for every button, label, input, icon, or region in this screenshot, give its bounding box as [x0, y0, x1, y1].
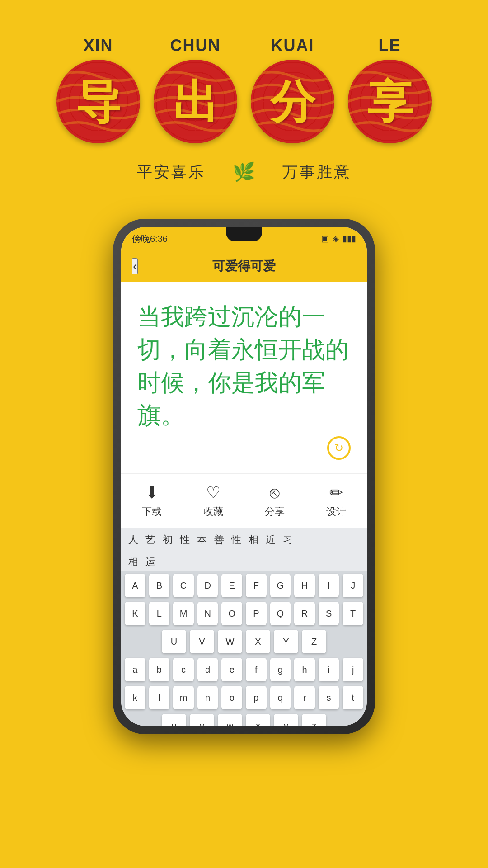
key-J[interactable]: J: [343, 574, 363, 597]
suggestion-ben[interactable]: 本: [197, 533, 207, 547]
seal-char-chun: 出: [173, 79, 218, 124]
suggestion-xiang[interactable]: 相: [249, 533, 258, 547]
toolbar-favorite[interactable]: ♡ 收藏: [203, 483, 223, 519]
key-O[interactable]: O: [221, 602, 242, 625]
key-Y[interactable]: Y: [274, 630, 298, 653]
key-R[interactable]: R: [294, 602, 315, 625]
key-Z[interactable]: Z: [302, 630, 326, 653]
seal-char-xin: 导: [76, 79, 121, 124]
key-r[interactable]: r: [294, 686, 315, 709]
refresh-btn-area: ↻: [137, 432, 351, 464]
suggestion-ren[interactable]: 人: [128, 533, 138, 547]
key-o[interactable]: o: [221, 686, 242, 709]
key-w-lower[interactable]: w: [218, 714, 242, 726]
pinyin-label-chun: CHUN: [170, 36, 221, 55]
refresh-button[interactable]: ↻: [327, 436, 351, 460]
download-icon: ⬇: [145, 483, 159, 502]
key-a[interactable]: a: [125, 658, 145, 681]
key-y-lower[interactable]: y: [274, 714, 298, 726]
phone-screen: 傍晚6:36 ▣ ◈ ▮▮▮ ‹ 可爱得可爱 当我跨过沉沦的一切，向着永恒开战的…: [121, 227, 367, 726]
key-g[interactable]: g: [270, 658, 291, 681]
toolbar-download[interactable]: ⬇ 下载: [142, 483, 162, 519]
key-L[interactable]: L: [149, 602, 170, 625]
key-H[interactable]: H: [294, 574, 315, 597]
suggestion-xing[interactable]: 性: [180, 533, 190, 547]
key-b[interactable]: b: [149, 658, 170, 681]
key-S[interactable]: S: [319, 602, 339, 625]
keyboard-row-lower3: u v w x y z: [121, 712, 367, 726]
suggestion-yi[interactable]: 艺: [145, 533, 155, 547]
subtitle-row: 平安喜乐 🌿 万事胜意: [137, 161, 351, 183]
signal-icon: ▣: [321, 234, 329, 244]
seal-circle-xin[interactable]: 导: [56, 60, 140, 143]
suggestion-yun[interactable]: 运: [145, 555, 155, 569]
keyboard-row-lower1: a b c d e f g h i j: [121, 656, 367, 684]
seal-circle-kuai[interactable]: 分: [251, 60, 334, 143]
seal-char-le: 享: [367, 79, 413, 124]
key-i[interactable]: i: [319, 658, 339, 681]
key-W[interactable]: W: [218, 630, 242, 653]
key-M[interactable]: M: [173, 602, 194, 625]
key-X[interactable]: X: [246, 630, 270, 653]
key-C[interactable]: C: [173, 574, 194, 597]
pinyin-item-le: LE 享: [348, 36, 432, 143]
key-d[interactable]: d: [197, 658, 218, 681]
key-D[interactable]: D: [197, 574, 218, 597]
key-u-lower[interactable]: u: [162, 714, 186, 726]
key-f[interactable]: f: [246, 658, 267, 681]
back-button[interactable]: ‹: [132, 258, 138, 274]
toolbar-share[interactable]: ⎋ 分享: [265, 483, 285, 519]
key-t[interactable]: t: [343, 686, 363, 709]
key-x-lower[interactable]: x: [246, 714, 270, 726]
key-B[interactable]: B: [149, 574, 170, 597]
key-K[interactable]: K: [125, 602, 145, 625]
suggestion-jin[interactable]: 近: [266, 533, 276, 547]
key-m[interactable]: m: [173, 686, 194, 709]
status-time: 傍晚6:36: [132, 233, 168, 245]
key-G[interactable]: G: [270, 574, 291, 597]
subtitle-left: 平安喜乐: [137, 162, 206, 183]
key-A[interactable]: A: [125, 574, 145, 597]
seal-circle-chun[interactable]: 出: [154, 60, 237, 143]
key-z-lower[interactable]: z: [302, 714, 326, 726]
key-k[interactable]: k: [125, 686, 145, 709]
key-j[interactable]: j: [343, 658, 363, 681]
key-U[interactable]: U: [162, 630, 186, 653]
keyboard-suggestions-row2: 相 运: [121, 552, 367, 571]
wifi-icon: ◈: [333, 234, 339, 244]
toolbar-design[interactable]: ✏ 设计: [326, 483, 346, 519]
key-c[interactable]: c: [173, 658, 194, 681]
design-label: 设计: [326, 505, 346, 519]
download-label: 下载: [142, 505, 162, 519]
key-h[interactable]: h: [294, 658, 315, 681]
key-P[interactable]: P: [246, 602, 267, 625]
suggestion-xiang2[interactable]: 相: [128, 555, 138, 569]
key-e[interactable]: e: [221, 658, 242, 681]
status-bar: 傍晚6:36 ▣ ◈ ▮▮▮: [121, 227, 367, 250]
share-label: 分享: [265, 505, 285, 519]
key-v-lower[interactable]: v: [190, 714, 214, 726]
pinyin-label-le: LE: [378, 36, 401, 55]
key-E[interactable]: E: [221, 574, 242, 597]
key-V[interactable]: V: [190, 630, 214, 653]
key-s[interactable]: s: [319, 686, 339, 709]
key-l[interactable]: l: [149, 686, 170, 709]
suggestion-xing2[interactable]: 性: [231, 533, 241, 547]
pinyin-item-chun: CHUN 出: [154, 36, 237, 143]
key-F[interactable]: F: [246, 574, 267, 597]
heart-icon: ♡: [206, 483, 221, 502]
suggestion-chu[interactable]: 初: [163, 533, 173, 547]
key-n[interactable]: n: [197, 686, 218, 709]
suggestion-xi[interactable]: 习: [283, 533, 293, 547]
key-q[interactable]: q: [270, 686, 291, 709]
key-N[interactable]: N: [197, 602, 218, 625]
key-I[interactable]: I: [319, 574, 339, 597]
key-Q[interactable]: Q: [270, 602, 291, 625]
keyboard-suggestions-row1: 人 艺 初 性 本 善 性 相 近 习: [121, 528, 367, 552]
seal-char-kuai: 分: [270, 79, 315, 124]
key-T[interactable]: T: [343, 602, 363, 625]
suggestion-shan[interactable]: 善: [214, 533, 224, 547]
seal-circle-le[interactable]: 享: [348, 60, 432, 143]
main-content-text: 当我跨过沉沦的一切，向着永恒开战的时候，你是我的军旗。: [137, 300, 351, 432]
key-p[interactable]: p: [246, 686, 267, 709]
